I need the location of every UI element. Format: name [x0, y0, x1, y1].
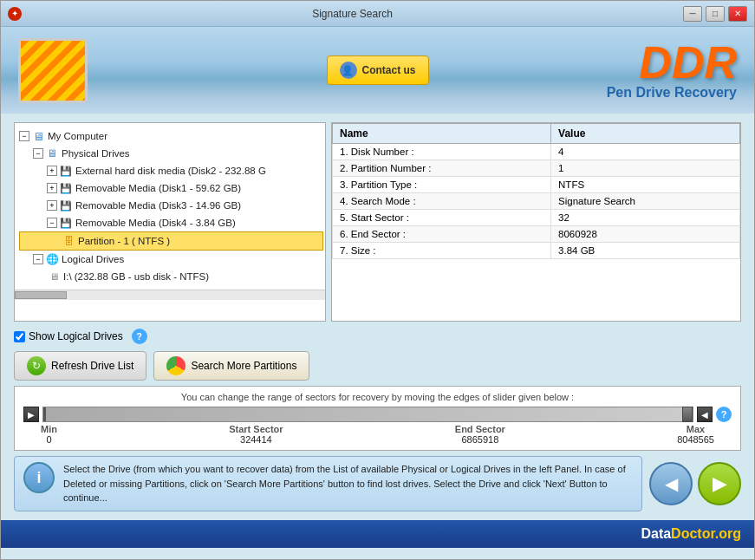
tree-item-disk2[interactable]: + 💾 External hard disk media (Disk2 - 23…	[19, 162, 323, 179]
bottom-area: i Select the Drive (from which you want …	[14, 456, 741, 511]
tree-item-disk4[interactable]: − 💾 Removable Media (Disk4 - 3.84 GB)	[19, 214, 323, 231]
tree-item-disk1[interactable]: + 💾 Removable Media (Disk1 - 59.62 GB)	[19, 179, 323, 197]
refresh-drive-list-button[interactable]: ↻ Refresh Drive List	[14, 351, 146, 381]
slider-help-icon[interactable]: ?	[716, 407, 732, 422]
info-bar: i Select the Drive (from which you want …	[14, 456, 642, 511]
tree-label-disk1: Removable Media (Disk1 - 59.62 GB)	[75, 183, 241, 193]
search-more-icon	[166, 356, 185, 375]
start-sector-group: Start Sector 324414	[229, 424, 283, 445]
expand-disk4[interactable]: −	[47, 218, 57, 228]
refresh-icon: ↻	[27, 356, 46, 375]
window-controls: ─ □ ✕	[683, 6, 747, 22]
brand-subtitle: Pen Drive Recovery	[607, 85, 737, 101]
tree-label-disk2: External hard disk media (Disk2 - 232.88…	[75, 166, 266, 176]
tree-hscroll-thumb[interactable]	[15, 291, 67, 299]
controls-row: Show Logical Drives ?	[14, 327, 741, 346]
prop-value: Signature Search	[551, 193, 740, 210]
show-logical-checkbox[interactable]	[14, 331, 25, 342]
title-icon: ✦	[8, 7, 22, 21]
brand: DDR Pen Drive Recovery	[607, 40, 737, 101]
info-icon: i	[23, 462, 55, 493]
slider-title: You can change the range of sectors for …	[23, 392, 732, 402]
title-bar: ✦ Signature Search ─ □ ✕	[1, 1, 754, 27]
tree-label-disk4: Removable Media (Disk4 - 3.84 GB)	[75, 218, 236, 228]
tree-label-logical-drives: Logical Drives	[62, 254, 124, 264]
slider-section: You can change the range of sectors for …	[14, 386, 741, 451]
prop-value: 32	[551, 210, 740, 226]
min-group: Min 0	[41, 424, 57, 445]
prop-name: 6. End Sector :	[333, 226, 551, 243]
logical-drives-icon: 🌐	[45, 252, 59, 266]
drive-icon-disk4: 💾	[59, 216, 73, 230]
slider-row: ▶ ◀ ?	[23, 407, 732, 422]
panels-row: − 🖥 My Computer − 🖥 Physical Drives + 💾 …	[14, 122, 741, 322]
table-row: 5. Start Sector :32	[333, 210, 740, 226]
prop-value: 4	[551, 144, 740, 160]
expand-logical-drives[interactable]: −	[33, 254, 43, 264]
expand-disk2[interactable]: +	[47, 166, 57, 176]
tree-item-disk3[interactable]: + 💾 Removable Media (Disk3 - 14.96 GB)	[19, 197, 323, 214]
slider-left-button[interactable]: ▶	[23, 407, 39, 422]
drive-icon-disk3: 💾	[59, 199, 73, 212]
slider-right-button[interactable]: ◀	[697, 407, 713, 422]
tree-label-disk3: Removable Media (Disk3 - 14.96 GB)	[75, 200, 241, 211]
properties-table: Name Value 1. Disk Number :42. Partition…	[332, 123, 740, 259]
datadoctor-brand: DataDoctor.org	[641, 526, 741, 542]
computer-icon: 🖥	[31, 129, 45, 143]
prop-value: NTFS	[551, 177, 740, 193]
tree-label-my-computer: My Computer	[48, 131, 107, 141]
show-logical-checkbox-label[interactable]: Show Logical Drives	[14, 330, 123, 342]
maximize-button[interactable]: □	[706, 6, 725, 22]
col-name: Name	[333, 124, 551, 144]
expand-disk3[interactable]: +	[47, 200, 57, 211]
tree-item-logical-drives[interactable]: − 🌐 Logical Drives	[19, 251, 323, 268]
minimize-button[interactable]: ─	[683, 6, 702, 22]
folder-icon: 🖥	[45, 147, 59, 160]
prop-name: 1. Disk Number :	[333, 144, 551, 160]
prop-name: 5. Start Sector :	[333, 210, 551, 226]
slider-track[interactable]	[42, 407, 693, 422]
prop-name: 7. Size :	[333, 243, 551, 259]
table-row: 2. Partition Number :1	[333, 160, 740, 177]
search-more-partitions-button[interactable]: Search More Partitions	[153, 351, 309, 381]
info-text: Select the Drive (from which you want to…	[63, 462, 633, 505]
max-value: 8048565	[677, 434, 714, 445]
max-group: Max 8048565	[677, 424, 714, 445]
close-button[interactable]: ✕	[728, 6, 747, 22]
prop-name: 4. Search Mode :	[333, 193, 551, 210]
end-sector-value: 6865918	[455, 434, 505, 445]
help-icon[interactable]: ?	[132, 329, 147, 344]
partition-icon: 🗄	[62, 234, 75, 248]
min-label: Min	[41, 424, 57, 434]
tree-panel[interactable]: − 🖥 My Computer − 🖥 Physical Drives + 💾 …	[14, 122, 326, 322]
back-button[interactable]: ◀	[649, 462, 693, 505]
contact-icon: 👤	[339, 62, 356, 79]
tree-item-physical-drives[interactable]: − 🖥 Physical Drives	[19, 145, 323, 162]
contact-button[interactable]: 👤 Contact us	[326, 55, 428, 85]
table-row: 3. Partition Type :NTFS	[333, 177, 740, 193]
drive-icon-disk2: 💾	[59, 164, 73, 178]
main-content: − 🖥 My Computer − 🖥 Physical Drives + 💾 …	[1, 114, 754, 520]
footer: DataDoctor.org	[1, 520, 754, 548]
col-value: Value	[551, 124, 740, 144]
properties-panel: Name Value 1. Disk Number :42. Partition…	[331, 122, 741, 322]
tree-label-partition1: Partition - 1 ( NTFS )	[78, 236, 170, 246]
expand-physical-drives[interactable]: −	[33, 148, 43, 159]
start-sector-label: Start Sector	[229, 424, 283, 434]
app-logo	[18, 38, 88, 103]
table-row: 4. Search Mode :Signature Search	[333, 193, 740, 210]
header: 👤 Contact us DDR Pen Drive Recovery	[1, 27, 754, 114]
slider-right-handle[interactable]	[682, 407, 693, 422]
drive-icon-disk1: 💾	[59, 181, 73, 195]
expand-disk1[interactable]: +	[47, 183, 57, 193]
expand-my-computer[interactable]: −	[19, 131, 29, 141]
tree-item-partition1[interactable]: 🗄 Partition - 1 ( NTFS )	[19, 231, 323, 251]
next-button[interactable]: ▶	[698, 462, 741, 505]
tree-item-idrive[interactable]: 🖥 I:\ (232.88 GB - usb disk - NTFS)	[19, 268, 323, 285]
prop-name: 3. Partition Type :	[333, 177, 551, 193]
drive-icon-i: 🖥	[47, 270, 61, 283]
tree-item-my-computer[interactable]: − 🖥 My Computer	[19, 127, 323, 145]
table-row: 7. Size :3.84 GB	[333, 243, 740, 259]
tree-hscrollbar[interactable]	[15, 290, 325, 300]
buttons-row: ↻ Refresh Drive List Search More Partiti…	[14, 351, 741, 381]
